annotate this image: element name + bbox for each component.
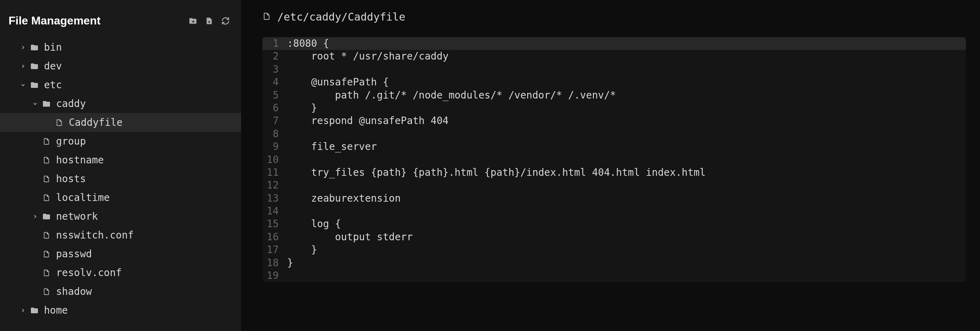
tree-item-label: hosts	[56, 173, 241, 185]
code-line[interactable]: 2 root * /usr/share/caddy	[262, 50, 966, 63]
sidebar: File Management bindevetccaddyCaddyfileg…	[0, 0, 241, 331]
file-icon	[42, 174, 51, 184]
code-line[interactable]: 7 respond @unsafePath 404	[262, 115, 966, 127]
line-content: }	[287, 243, 966, 256]
line-number: 5	[262, 89, 287, 102]
folder-icon	[42, 99, 51, 108]
line-number: 16	[262, 231, 287, 243]
tree-item-hosts[interactable]: hosts	[0, 169, 241, 188]
code-line[interactable]: 11 try_files {path} {path}.html {path}/i…	[262, 166, 966, 179]
code-line[interactable]: 5 path /.git/* /node_modules/* /vendor/*…	[262, 89, 966, 102]
file-header: /etc/caddy/Caddyfile	[262, 0, 966, 37]
line-number: 13	[262, 192, 287, 205]
line-number: 18	[262, 256, 287, 269]
tree-item-label: etc	[44, 79, 241, 91]
line-number: 14	[262, 205, 287, 218]
chevron-down-icon[interactable]	[31, 100, 39, 108]
code-line[interactable]: 13 zeaburextension	[262, 192, 966, 205]
tree-item-shadow[interactable]: shadow	[0, 282, 241, 301]
line-number: 2	[262, 50, 287, 63]
tree-item-label: group	[56, 135, 241, 147]
code-line[interactable]: 14	[262, 205, 966, 218]
code-line[interactable]: 17 }	[262, 243, 966, 256]
code-line[interactable]: 10	[262, 153, 966, 166]
sidebar-title: File Management	[8, 14, 101, 27]
line-content: log {	[287, 218, 966, 230]
new-folder-button[interactable]	[188, 16, 198, 26]
code-line[interactable]: 18}	[262, 256, 966, 269]
line-number: 4	[262, 76, 287, 89]
tree-item-label: bin	[44, 41, 241, 53]
line-content: @unsafePath {	[287, 76, 966, 89]
folder-icon	[30, 43, 39, 52]
tree-item-bin[interactable]: bin	[0, 38, 241, 57]
tree-item-label: passwd	[56, 248, 241, 260]
line-content	[287, 205, 966, 218]
tree-item-etc[interactable]: etc	[0, 75, 241, 94]
tree-item-dev[interactable]: dev	[0, 57, 241, 75]
line-content	[287, 179, 966, 192]
folder-icon	[42, 212, 51, 221]
file-path: /etc/caddy/Caddyfile	[277, 11, 405, 23]
tree-item-nsswitch-conf[interactable]: nsswitch.conf	[0, 226, 241, 245]
code-editor[interactable]: 1:8080 {2 root * /usr/share/caddy34 @uns…	[262, 37, 966, 282]
file-icon	[42, 250, 51, 259]
code-line[interactable]: 15 log {	[262, 218, 966, 230]
line-content: root * /usr/share/caddy	[287, 50, 966, 63]
file-icon	[42, 137, 51, 146]
folder-icon	[30, 306, 39, 315]
code-line[interactable]: 19	[262, 269, 966, 282]
line-content: path /.git/* /node_modules/* /vendor/* /…	[287, 89, 966, 102]
refresh-button[interactable]	[221, 16, 231, 26]
tree-item-localtime[interactable]: localtime	[0, 188, 241, 207]
line-content	[287, 63, 966, 76]
chevron-right-icon[interactable]	[19, 307, 27, 314]
line-content	[287, 269, 966, 282]
tree-item-home[interactable]: home	[0, 301, 241, 320]
code-line[interactable]: 3	[262, 63, 966, 76]
line-content: zeaburextension	[287, 192, 966, 205]
sidebar-actions	[188, 16, 231, 26]
chevron-down-icon[interactable]	[19, 81, 27, 89]
file-icon	[262, 11, 271, 23]
tree-item-label: network	[56, 210, 241, 222]
code-line[interactable]: 1:8080 {	[262, 37, 966, 50]
line-number: 7	[262, 115, 287, 127]
sidebar-header: File Management	[0, 7, 241, 38]
tree-item-network[interactable]: network	[0, 207, 241, 226]
code-line[interactable]: 4 @unsafePath {	[262, 76, 966, 89]
code-line[interactable]: 6 }	[262, 102, 966, 115]
tree-item-group[interactable]: group	[0, 132, 241, 151]
chevron-right-icon[interactable]	[19, 44, 27, 51]
code-line[interactable]: 8	[262, 127, 966, 140]
line-number: 8	[262, 127, 287, 140]
file-icon	[42, 193, 51, 202]
code-line[interactable]: 16 output stderr	[262, 231, 966, 243]
tree-item-hostname[interactable]: hostname	[0, 151, 241, 169]
line-content: :8080 {	[287, 37, 966, 50]
chevron-right-icon[interactable]	[31, 213, 39, 220]
line-number: 12	[262, 179, 287, 192]
folder-icon	[30, 62, 39, 71]
line-number: 17	[262, 243, 287, 256]
tree-item-Caddyfile[interactable]: Caddyfile	[0, 113, 241, 132]
new-file-button[interactable]	[204, 16, 214, 26]
line-number: 3	[262, 63, 287, 76]
file-icon	[42, 268, 51, 277]
tree-item-label: home	[44, 304, 241, 316]
tree-item-passwd[interactable]: passwd	[0, 245, 241, 263]
tree-item-resolv-conf[interactable]: resolv.conf	[0, 263, 241, 282]
tree-item-caddy[interactable]: caddy	[0, 94, 241, 113]
line-number: 9	[262, 140, 287, 153]
line-content	[287, 153, 966, 166]
file-plus-icon	[205, 17, 213, 25]
chevron-right-icon[interactable]	[19, 62, 27, 70]
code-line[interactable]: 12	[262, 179, 966, 192]
line-content: output stderr	[287, 231, 966, 243]
folder-plus-icon	[189, 17, 197, 25]
code-line[interactable]: 9 file_server	[262, 140, 966, 153]
line-number: 15	[262, 218, 287, 230]
line-content: }	[287, 256, 966, 269]
line-content: try_files {path} {path}.html {path}/inde…	[287, 166, 966, 179]
file-tree: bindevetccaddyCaddyfilegrouphostnamehost…	[0, 38, 241, 320]
